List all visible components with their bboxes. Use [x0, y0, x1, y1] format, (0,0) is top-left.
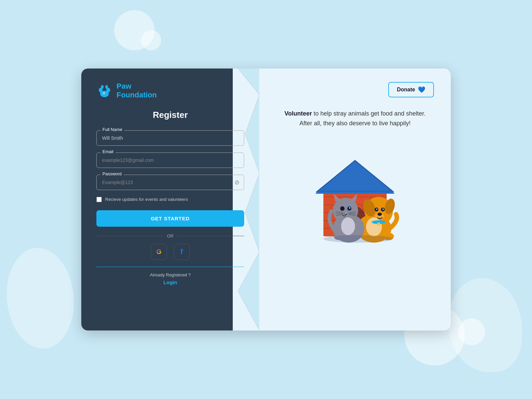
svg-point-5 [102, 92, 105, 94]
svg-point-46 [349, 207, 350, 209]
svg-point-56 [323, 235, 393, 243]
svg-point-33 [378, 213, 382, 216]
donate-label: Donate [397, 87, 415, 93]
register-form: Full Name Email Password ⊘ Recieve updat… [96, 130, 244, 317]
facebook-login-button[interactable]: f [174, 244, 190, 260]
or-text: OR [167, 233, 174, 238]
already-registered-text: Already Registered ? [96, 272, 244, 277]
heart-icon: 💙 [418, 86, 425, 93]
google-icon: G [156, 248, 162, 256]
facebook-icon: f [180, 248, 183, 256]
social-login-buttons: G f [96, 244, 244, 260]
bg-blob-left [7, 248, 74, 349]
left-panel: Paw Foundation Register Full Name Email … [81, 69, 259, 330]
tagline-bold: Volunteer [284, 110, 312, 117]
pet-illustration [298, 138, 412, 246]
checkbox-label: Recieve updates for events and valunteer… [105, 197, 188, 202]
or-line-left [96, 236, 164, 236]
tagline-rest: to help stray animals get food and shelt… [299, 110, 426, 127]
or-line-right [177, 236, 244, 236]
register-title: Register [96, 110, 244, 120]
toggle-password-icon[interactable]: ⊘ [234, 179, 239, 186]
password-wrapper: ⊘ [96, 175, 244, 190]
main-card: Paw Foundation Register Full Name Email … [81, 69, 451, 330]
fullname-input[interactable] [96, 130, 244, 146]
donate-button[interactable]: Donate 💙 [388, 82, 434, 97]
google-login-button[interactable]: G [151, 244, 167, 260]
updates-checkbox[interactable] [96, 197, 102, 202]
paw-logo-icon [96, 83, 113, 99]
password-input[interactable] [96, 175, 244, 190]
svg-marker-19 [317, 160, 393, 191]
email-field-group: Email [96, 152, 244, 168]
svg-point-34 [366, 217, 382, 236]
bottom-divider [96, 267, 244, 267]
svg-point-4 [105, 85, 108, 89]
svg-point-58 [377, 222, 380, 225]
logo-area: Paw Foundation [96, 82, 244, 100]
fullname-field-group: Full Name [96, 130, 244, 146]
email-input[interactable] [96, 152, 244, 168]
svg-point-31 [383, 209, 384, 210]
password-label: Password [100, 171, 124, 176]
tagline: Volunteer to help stray animals get food… [284, 109, 426, 128]
or-divider: OR [96, 233, 244, 238]
email-label: Email [100, 149, 116, 154]
fullname-label: Full Name [100, 127, 124, 132]
svg-point-54 [341, 217, 355, 235]
svg-point-30 [376, 209, 378, 210]
password-field-group: Password ⊘ [96, 175, 244, 190]
svg-point-3 [101, 85, 104, 89]
bg-blob-right [448, 278, 522, 372]
right-panel: Donate 💙 Volunteer to help stray animals… [259, 69, 451, 330]
login-link[interactable]: Login [164, 279, 177, 285]
updates-checkbox-row: Recieve updates for events and valunteer… [96, 197, 244, 202]
logo-text: Paw Foundation [117, 82, 157, 100]
get-started-button[interactable]: GET STARTED [96, 210, 244, 227]
login-link-container: Login [96, 279, 244, 285]
svg-marker-21 [315, 191, 394, 194]
bg-decoration-2 [141, 30, 161, 50]
